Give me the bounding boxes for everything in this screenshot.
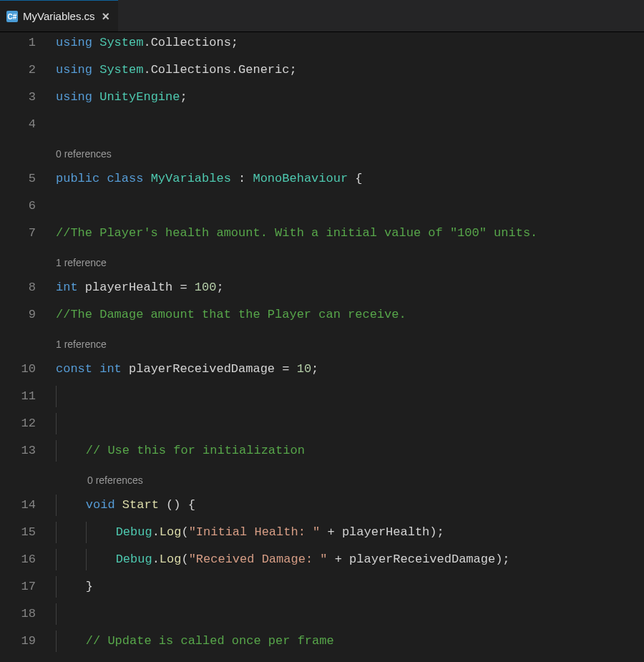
code-line[interactable]: Debug.Log("Received Damage: " + playerRe… bbox=[56, 549, 644, 570]
line-number: 4 bbox=[0, 114, 42, 135]
code-line[interactable]: // Update is called once per frame bbox=[56, 631, 644, 652]
code-line[interactable] bbox=[56, 386, 644, 407]
codelens-references[interactable]: 0 references bbox=[56, 658, 644, 662]
code-line[interactable] bbox=[56, 114, 644, 135]
codelens-references[interactable]: 0 references bbox=[56, 141, 644, 162]
code-line[interactable] bbox=[56, 603, 644, 625]
tab-filename: MyVariables.cs bbox=[23, 10, 95, 22]
line-number: 18 bbox=[0, 603, 42, 625]
line-number: 10 bbox=[0, 359, 42, 380]
line-number: 19 bbox=[0, 631, 42, 652]
code-line[interactable]: using System.Collections; bbox=[56, 32, 644, 54]
line-number: 16 bbox=[0, 549, 42, 570]
line-number: 12 bbox=[0, 413, 42, 434]
code-line[interactable]: //The Player's health amount. With a ini… bbox=[56, 223, 644, 244]
code-line[interactable]: const int playerReceivedDamage = 10; bbox=[56, 359, 644, 380]
code-line[interactable]: //The Damage amount that the Player can … bbox=[56, 304, 644, 326]
code-line[interactable]: using System.Collections.Generic; bbox=[56, 59, 644, 81]
codelens-references[interactable]: 1 reference bbox=[56, 331, 644, 353]
line-number: 2 bbox=[0, 59, 42, 81]
line-number: 8 bbox=[0, 277, 42, 298]
line-number: 7 bbox=[0, 223, 42, 244]
line-number: 11 bbox=[0, 386, 42, 407]
code-line[interactable]: Debug.Log("Initial Health: " + playerHea… bbox=[56, 522, 644, 543]
code-line[interactable] bbox=[56, 413, 644, 434]
line-number: 17 bbox=[0, 576, 42, 598]
file-tab[interactable]: C# MyVariables.cs × bbox=[0, 0, 118, 31]
code-line[interactable]: using UnityEngine; bbox=[56, 87, 644, 108]
code-line[interactable]: } bbox=[56, 576, 644, 598]
code-line[interactable]: void Start () { bbox=[56, 495, 644, 516]
code-line[interactable]: // Use this for initialization bbox=[56, 440, 644, 462]
line-number: 6 bbox=[0, 195, 42, 217]
codelens-references[interactable]: 0 references bbox=[56, 467, 644, 489]
line-number: 3 bbox=[0, 87, 42, 108]
line-number: 1 bbox=[0, 32, 42, 54]
tab-bar: C# MyVariables.cs × bbox=[0, 0, 644, 32]
code-line[interactable] bbox=[56, 195, 644, 217]
editor-area[interactable]: 1 using System.Collections; 2 using Syst… bbox=[0, 32, 644, 662]
code-line[interactable]: int playerHealth = 100; bbox=[56, 277, 644, 298]
line-number: 5 bbox=[0, 168, 42, 190]
line-number: 13 bbox=[0, 440, 42, 462]
csharp-file-icon: C# bbox=[6, 10, 19, 23]
line-number: 14 bbox=[0, 495, 42, 516]
svg-text:C#: C# bbox=[8, 13, 17, 21]
codelens-references[interactable]: 1 reference bbox=[56, 250, 644, 271]
close-icon[interactable]: × bbox=[102, 10, 110, 23]
line-number: 15 bbox=[0, 522, 42, 543]
line-number: 9 bbox=[0, 304, 42, 326]
code-line[interactable]: public class MyVariables : MonoBehaviour… bbox=[56, 168, 644, 190]
